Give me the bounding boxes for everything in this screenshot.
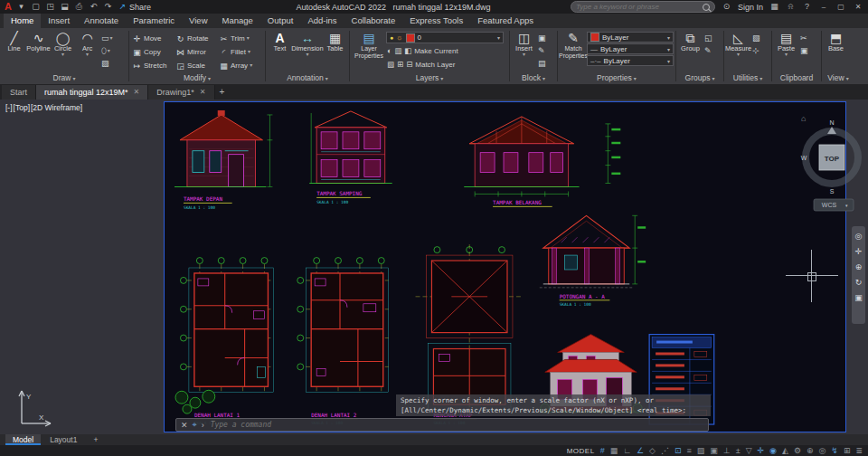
clean-screen-icon[interactable]: ⊞ (844, 445, 851, 456)
panel-label-view[interactable]: View▾ (822, 72, 854, 84)
tool-stretch[interactable]: ↦Stretch (131, 59, 175, 72)
ribbon-tab-addins[interactable]: Add-ins (300, 14, 344, 28)
tool-polyline[interactable]: ∿Polyline (26, 30, 51, 52)
layer-delete-icon[interactable]: ⊟ (406, 60, 412, 69)
panel-label-block[interactable]: Block▾ (510, 72, 557, 84)
tool-circle[interactable]: ◯Circle▾ (51, 30, 75, 57)
panel-label-utilities[interactable]: Utilities▾ (724, 72, 771, 84)
transparency-icon[interactable]: ▨ (697, 445, 705, 456)
new-drawing-tab-button[interactable]: + (215, 85, 230, 100)
compass-west[interactable]: W (801, 155, 807, 161)
undo-icon[interactable]: ↶ (89, 0, 99, 14)
navigation-wheel-icon[interactable]: ◎ (855, 232, 863, 241)
model-space-button[interactable]: MODEL (567, 447, 595, 455)
minimize-button[interactable]: – (818, 3, 829, 11)
object-color-dropdown[interactable]: ByLayer▾ (587, 32, 674, 43)
tool-group-edit[interactable]: ✎ (703, 44, 714, 57)
customize-icon[interactable]: ≣ (855, 445, 863, 456)
tool-group[interactable]: ⧉Group (678, 30, 703, 52)
tool-hatch[interactable]: ▨ (99, 57, 115, 70)
app-menu-chevron-icon[interactable]: ▾ (16, 0, 26, 14)
tab-layout1[interactable]: Layout1 (42, 434, 84, 445)
tool-array[interactable]: ▦Array▾ (218, 59, 261, 72)
osnap-tracking-icon[interactable]: ⋰ (661, 445, 669, 456)
command-bar[interactable]: ✕ ⌖ › (175, 418, 709, 432)
lineweight-icon[interactable]: ≡ (687, 445, 692, 456)
help-icon[interactable]: ? (802, 0, 812, 14)
tool-arc[interactable]: ◠Arc▾ (75, 30, 99, 57)
grid-icon[interactable]: # (600, 445, 605, 456)
tool-scale[interactable]: ◲Scale (175, 59, 218, 72)
tool-quick-select[interactable]: ▧ (750, 32, 762, 44)
zoom-icon[interactable]: ⊕ (855, 262, 863, 271)
layer-isolate-icon[interactable]: ▥ (394, 46, 401, 55)
tool-rotate[interactable]: ↻Rotate (175, 32, 218, 45)
panel-label-groups[interactable]: Groups▾ (676, 72, 723, 84)
floor-plan-2[interactable]: DENAH LANTAI 2 SKALA 1 : 100 (297, 258, 389, 425)
drawing-area[interactable]: [-] [Top] [2D Wireframe] (0, 100, 868, 434)
viewport-menu-button[interactable]: [-] (5, 103, 13, 112)
tool-dimension[interactable]: ↔Dimension▾ (292, 30, 323, 57)
new-file-icon[interactable]: ▢ (31, 0, 41, 14)
layer-dropdown[interactable]: ● ☼ 0 ▾ (386, 32, 504, 43)
tool-mirror[interactable]: ⋈Mirror (175, 45, 218, 59)
showmotion-icon[interactable]: ▣ (854, 293, 863, 302)
viewcube-home-icon[interactable]: ⌂ (801, 114, 806, 123)
tool-match-properties[interactable]: ✎Match Properties (560, 30, 587, 59)
tool-rectangle[interactable]: ▭▾ (99, 32, 115, 44)
sign-in-button[interactable]: Sign In (738, 3, 763, 12)
close-button[interactable]: ✕ (853, 3, 863, 11)
tool-cut[interactable]: ✂ (798, 32, 810, 44)
file-tab-drawing1[interactable]: Drawing1*✕ (148, 85, 214, 100)
redo-icon[interactable]: ↷ (103, 0, 113, 14)
tool-move[interactable]: ✛Move (131, 32, 175, 45)
graphics-performance-icon[interactable]: ↯ (831, 445, 838, 456)
tab-model[interactable]: Model (5, 434, 41, 445)
tool-insert[interactable]: ◫Insert▾ (512, 30, 536, 57)
viewcube[interactable]: ⌂ N W S TOP WCS ▾ (797, 107, 866, 214)
tool-copy-clip[interactable]: ▣ (798, 44, 810, 57)
tool-ellipse[interactable]: ⬯▾ (99, 44, 115, 57)
polar-tracking-icon[interactable]: ∠ (637, 445, 644, 456)
floor-plan-1[interactable]: DENAH LANTAI 1 SKALA 1 : 100 (175, 258, 273, 425)
panel-label-draw[interactable]: Draw▾ (0, 72, 128, 84)
tool-measure[interactable]: ◺Measure▾ (726, 30, 750, 57)
viewcube-top-label[interactable]: TOP (825, 155, 840, 163)
compass-north[interactable]: N (829, 119, 834, 126)
panel-label-modify[interactable]: Modify▾ (129, 72, 265, 84)
annotation-monitor-icon[interactable]: ⊕ (807, 445, 814, 456)
elevation-side[interactable]: TAMPAK SAMPING SKALA 1 : 100 (309, 111, 392, 204)
ribbon-tab-express-tools[interactable]: Express Tools (402, 14, 470, 28)
layer-lock-icon[interactable]: ◧ (404, 46, 411, 55)
tool-block-attributes[interactable]: ▤ (536, 57, 548, 70)
tool-paste[interactable]: ▤Paste▾ (774, 30, 798, 57)
panel-label-properties[interactable]: Properties▾ (558, 72, 675, 84)
open-file-icon[interactable]: ◳ (45, 0, 55, 14)
autocad-logo-icon[interactable]: A (5, 0, 12, 14)
dynamic-ucs-icon[interactable]: ⊥ (723, 445, 731, 456)
plot-icon[interactable]: ⎙ (74, 0, 84, 14)
panel-label-annotation[interactable]: Annotation▾ (266, 72, 349, 84)
infocenter-search[interactable] (571, 1, 715, 13)
panel-label-layers[interactable]: Layers▾ (350, 72, 509, 84)
layer-merge-icon[interactable]: ⊞ (397, 60, 403, 69)
panel-label-clipboard[interactable]: Clipboard (772, 72, 821, 84)
tool-ungroup[interactable]: ◱ (703, 32, 714, 44)
orbit-icon[interactable]: ↻ (855, 278, 863, 287)
snap-icon[interactable]: ▦ (610, 445, 618, 456)
ribbon-tab-featured-apps[interactable]: Featured Apps (470, 14, 541, 28)
match-layer-button[interactable]: Match Layer (415, 61, 455, 69)
save-icon[interactable]: ⬓ (60, 0, 70, 14)
maximize-button[interactable]: ▢ (835, 3, 846, 11)
tool-id-point[interactable]: ⊹ (750, 44, 762, 57)
close-tab-icon[interactable]: ✕ (134, 85, 140, 100)
share-button[interactable]: ↗ Share (118, 0, 151, 14)
lineweight-dropdown[interactable]: —ByLayer▾ (587, 43, 674, 54)
tool-table[interactable]: ▦Table (323, 30, 347, 52)
workspace-gear-icon[interactable]: ⚙ (794, 445, 801, 456)
dynamic-input-icon[interactable]: ± (736, 445, 741, 456)
linetype-dropdown[interactable]: –·–ByLayer▾ (587, 55, 674, 66)
tool-fillet[interactable]: ◜Fillet▾ (218, 45, 261, 59)
layer-walk-icon[interactable]: ▧ (387, 60, 394, 69)
new-layout-button[interactable]: + (86, 434, 105, 445)
